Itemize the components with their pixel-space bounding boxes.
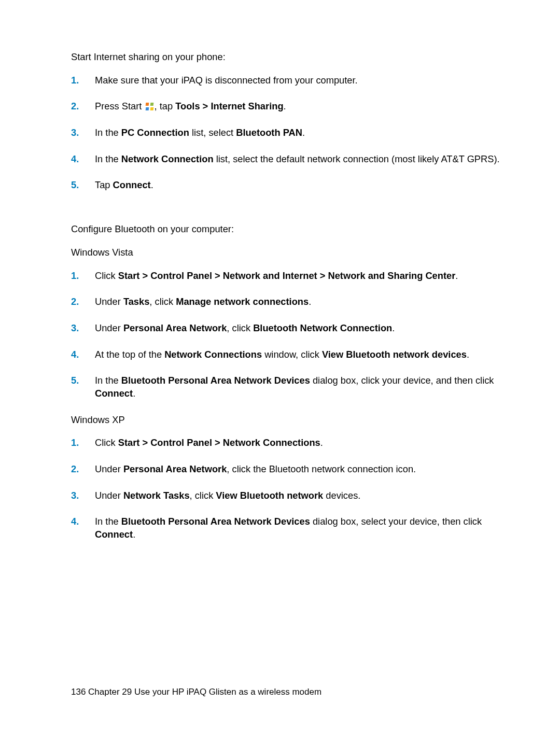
item-text-mid: , click <box>227 322 253 333</box>
item-number: 4. <box>71 153 79 166</box>
item-bold: Network Tasks <box>123 490 190 501</box>
item-bold: Connect <box>95 388 133 399</box>
item-text-post2: . <box>284 101 286 111</box>
item-bold: Bluetooth Personal Area Network Devices <box>121 516 310 527</box>
item-text-pre: In the <box>95 127 121 138</box>
item-bold: Start > Control Panel > Network Connecti… <box>118 437 320 448</box>
item-text-post: . <box>467 349 469 360</box>
item-bold: Tools > Internet Sharing <box>175 101 283 111</box>
list-item: 1. Click Start > Control Panel > Network… <box>71 270 510 283</box>
item-text-post: . <box>302 127 305 138</box>
item-text-post: devices. <box>323 490 360 501</box>
item-number: 2. <box>71 463 79 476</box>
list-item: 2. Under Personal Area Network, click th… <box>71 463 510 476</box>
item-number: 4. <box>71 515 79 528</box>
item-bold: Personal Area Network <box>123 463 227 474</box>
list-item: 3. Under Network Tasks, click View Bluet… <box>71 489 510 502</box>
section2-intro: Configure Bluetooth on your computer: <box>71 223 510 236</box>
item-text: Make sure that your iPAQ is disconnected… <box>95 75 358 86</box>
item-text-pre: Under <box>95 296 123 307</box>
item-text-pre: Click <box>95 437 118 448</box>
list-item: 4. In the Bluetooth Personal Area Networ… <box>71 515 510 541</box>
vista-heading: Windows Vista <box>71 246 510 259</box>
item-text-pre: Press Start <box>95 101 145 111</box>
list-item: 3. In the PC Connection list, select Blu… <box>71 126 510 139</box>
item-text-pre: In the <box>95 375 121 386</box>
item-text-mid: list, select <box>189 127 236 138</box>
vista-list: 1. Click Start > Control Panel > Network… <box>71 270 510 400</box>
item-text-post: . <box>151 179 153 190</box>
item-number: 3. <box>71 322 79 335</box>
item-bold: Connect <box>95 529 133 540</box>
item-number: 1. <box>71 74 79 87</box>
item-number: 3. <box>71 489 79 502</box>
item-text-pre: At the top of the <box>95 349 164 360</box>
item-text-mid: , click <box>190 490 216 501</box>
item-text-mid: dialog box, select your device, then cli… <box>310 516 482 527</box>
xp-list: 1. Click Start > Control Panel > Network… <box>71 437 510 541</box>
item-number: 4. <box>71 348 79 361</box>
item-bold: View Bluetooth network devices <box>322 349 467 360</box>
section1-list: 1. Make sure that your iPAQ is disconnec… <box>71 74 510 192</box>
item-bold: Network Connection <box>121 153 214 164</box>
item-text-mid: window, click <box>262 349 322 360</box>
item-bold: Network Connections <box>164 349 262 360</box>
list-item: 1. Click Start > Control Panel > Network… <box>71 437 510 449</box>
section1-intro: Start Internet sharing on your phone: <box>71 51 510 64</box>
item-text-pre: Tap <box>95 179 113 190</box>
list-item: 2. Under Tasks, click Manage network con… <box>71 296 510 308</box>
item-bold: Personal Area Network <box>123 322 227 333</box>
item-text-mid: dialog box, click your device, and then … <box>310 375 494 386</box>
item-text-post: . <box>455 270 458 281</box>
item-number: 3. <box>71 126 79 139</box>
item-bold: Connect <box>113 179 151 190</box>
item-text-pre: Under <box>95 463 123 474</box>
item-text-post: . <box>320 437 323 448</box>
item-bold: Tasks <box>123 296 149 307</box>
list-item: 5. In the Bluetooth Personal Area Networ… <box>71 374 510 400</box>
item-text-post: . <box>133 529 135 540</box>
item-text-post: . <box>392 322 395 333</box>
item-text-post: . <box>309 296 311 307</box>
item-text-post1: , tap <box>155 101 176 111</box>
list-item: 1. Make sure that your iPAQ is disconnec… <box>71 74 510 87</box>
list-item: 2. Press Start , tap Tools > Internet Sh… <box>71 100 510 113</box>
list-item: 4. In the Network Connection list, selec… <box>71 153 510 166</box>
item-text-pre: Click <box>95 270 118 281</box>
list-item: 3. Under Personal Area Network, click Bl… <box>71 322 510 335</box>
item-text-post: , click the Bluetooth network connection… <box>227 463 416 474</box>
item-number: 2. <box>71 296 79 308</box>
item-bold: Bluetooth Personal Area Network Devices <box>121 375 310 386</box>
document-page: Start Internet sharing on your phone: 1.… <box>0 0 560 745</box>
page-footer: 136 Chapter 29 Use your HP iPAQ Glisten … <box>71 686 321 698</box>
item-bold: PC Connection <box>121 127 189 138</box>
item-number: 1. <box>71 270 79 283</box>
item-bold: Bluetooth Network Connection <box>253 322 392 333</box>
item-number: 5. <box>71 374 79 387</box>
item-bold: Start > Control Panel > Network and Inte… <box>118 270 456 281</box>
list-item: 4. At the top of the Network Connections… <box>71 348 510 361</box>
list-item: 5. Tap Connect. <box>71 179 510 192</box>
item-text-pre: In the <box>95 153 121 164</box>
xp-heading: Windows XP <box>71 414 510 427</box>
item-text-mid: , click <box>149 296 176 307</box>
item-bold: View Bluetooth network <box>216 490 323 501</box>
item-text-post: . <box>133 388 135 399</box>
item-text-pre: Under <box>95 490 123 501</box>
item-text-pre: In the <box>95 516 121 527</box>
item-number: 1. <box>71 437 79 449</box>
item-text-post: list, select the default network connect… <box>214 153 500 164</box>
item-text-pre: Under <box>95 322 123 333</box>
item-bold: Manage network connections <box>176 296 309 307</box>
spacer <box>71 205 510 223</box>
item-number: 2. <box>71 100 79 113</box>
windows-start-icon <box>146 103 153 110</box>
item-number: 5. <box>71 179 79 192</box>
item-bold: Bluetooth PAN <box>236 127 302 138</box>
